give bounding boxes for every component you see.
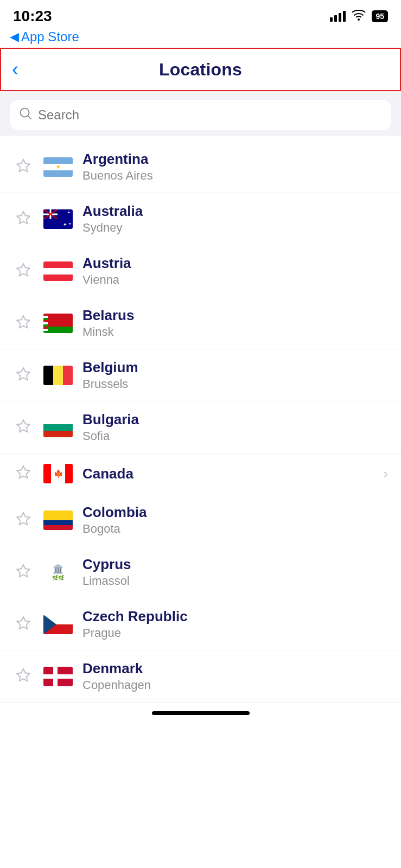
country-info: Australia Sydney [82,203,388,235]
list-item[interactable]: 🏛️ 🌿🌿 Cyprus Limassol [0,546,401,598]
list-item[interactable]: Colombia Bogota [0,494,401,546]
country-name: Austria [82,255,388,272]
country-city: Bogota [82,522,388,536]
status-bar: 10:23 95 [0,0,401,29]
country-city: Brussels [82,377,388,391]
country-name: Canada [82,465,373,482]
search-icon [20,107,31,123]
country-city: Vienna [82,273,388,287]
favorite-star[interactable] [13,510,34,531]
battery-icon: 95 [372,10,388,22]
search-input[interactable] [38,107,381,123]
app-store-label: App Store [21,29,79,44]
flag-denmark [43,667,73,686]
country-city: Sofia [82,429,388,443]
favorite-star[interactable] [13,417,34,438]
flag-colombia [43,510,73,530]
country-info: Bulgaria Sofia [82,411,388,443]
home-bar [152,711,250,715]
country-name: Cyprus [82,556,388,573]
list-item[interactable]: Denmark Copenhagen [0,650,401,703]
country-name: Belarus [82,307,388,324]
list-item[interactable]: ✦ ✦ ✦ Australia Sydney [0,193,401,245]
flag-australia: ✦ ✦ ✦ [43,209,73,229]
favorite-star[interactable] [13,313,34,334]
country-name: Argentina [82,151,388,168]
status-time: 10:23 [13,8,52,25]
list-item[interactable]: Belgium Brussels [0,349,401,401]
country-info: Canada [82,465,373,482]
svg-point-0 [21,108,29,117]
favorite-star[interactable] [13,365,34,386]
flag-belgium [43,366,73,385]
list-item[interactable]: 🍁 Canada › [0,454,401,494]
country-name: Australia [82,203,388,220]
country-city: Minsk [82,325,388,339]
flag-belarus [43,314,73,333]
country-city: Limassol [82,574,388,588]
favorite-star[interactable] [13,261,34,282]
flag-bulgaria [43,418,73,437]
page-title: Locations [159,60,242,80]
status-icons: 95 [330,10,388,23]
home-indicator [0,703,401,722]
flag-austria [43,261,73,281]
country-info: Cyprus Limassol [82,556,388,588]
flag-canada: 🍁 [43,464,73,483]
country-name: Belgium [82,359,388,376]
flag-cyprus: 🏛️ 🌿🌿 [43,563,73,582]
country-city: Sydney [82,221,388,235]
country-info: Denmark Copenhagen [82,660,388,692]
country-info: Czech Republic Prague [82,608,388,640]
search-container [0,91,401,136]
svg-line-1 [28,116,31,119]
favorite-star[interactable] [13,209,34,229]
nav-header: ‹ Locations [0,48,401,91]
country-name: Colombia [82,504,388,521]
list-item[interactable]: Belarus Minsk [0,297,401,349]
country-info: Belgium Brussels [82,359,388,391]
country-city: Buenos Aires [82,169,388,183]
favorite-star[interactable] [13,562,34,583]
back-chevron-small: ◀ [10,30,19,44]
country-name: Czech Republic [82,608,388,625]
list-item[interactable]: Czech Republic Prague [0,598,401,650]
country-info: Austria Vienna [82,255,388,287]
wifi-icon [351,10,366,23]
country-name: Bulgaria [82,411,388,428]
list-item[interactable]: ★ Argentina Buenos Aires [0,141,401,193]
search-bar [10,100,391,130]
list-item[interactable]: Austria Vienna [0,245,401,297]
favorite-star[interactable] [13,666,34,687]
app-store-back[interactable]: ◀ App Store [0,29,401,48]
signal-icon [330,11,346,22]
list-item[interactable]: Bulgaria Sofia [0,401,401,454]
country-info: Colombia Bogota [82,504,388,536]
country-city: Copenhagen [82,678,388,692]
favorite-star[interactable] [13,463,34,484]
favorite-star[interactable] [13,157,34,177]
back-button[interactable]: ‹ [12,60,18,79]
country-info: Belarus Minsk [82,307,388,339]
chevron-right-icon: › [383,465,388,482]
flag-czech [43,615,73,634]
favorite-star[interactable] [13,614,34,635]
country-info: Argentina Buenos Aires [82,151,388,183]
flag-argentina: ★ [43,157,73,177]
country-city: Prague [82,626,388,640]
locations-list: ★ Argentina Buenos Aires ✦ ✦ ✦ [0,136,401,703]
country-name: Denmark [82,660,388,677]
